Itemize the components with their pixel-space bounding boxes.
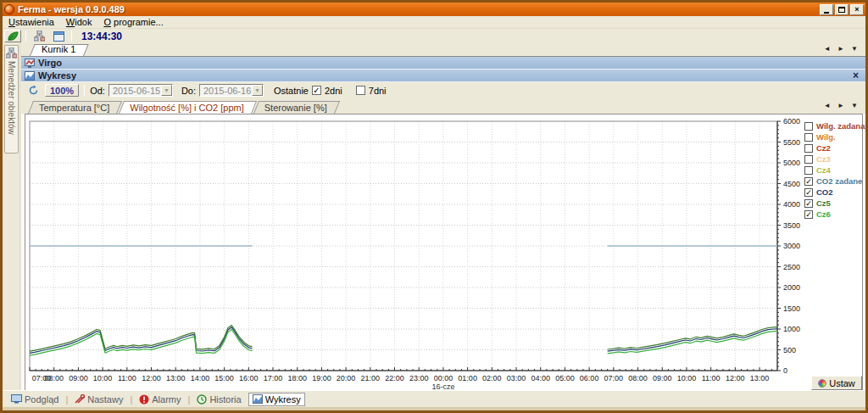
svg-text:03:00: 03:00 [507,374,526,382]
legend-label-cz6: Cz6 [816,209,831,219]
tab-wilgotnosc-co2-label: Wilgotność [%] i CO2 [ppm] [130,103,244,113]
panel-icon [53,31,64,42]
device-icon [25,59,35,68]
svg-text:07:00: 07:00 [604,374,624,382]
svg-text:2500: 2500 [783,263,800,271]
svg-text:21:00: 21:00 [361,374,381,382]
object-manager-tab[interactable]: Menedżer obiektów [4,45,19,153]
minimize-icon [824,12,829,14]
legend-checkbox-cz3[interactable] [804,155,813,164]
menu-o-programie[interactable]: O programie... [97,16,169,28]
content-area: Virgo Wykresy × 100% Od: 2015-06-15 ▼ [21,56,865,390]
statusbar-alarmy[interactable]: Alarmy [136,393,184,405]
svg-text:20:00: 20:00 [337,374,356,382]
alarm-icon [139,394,149,405]
checkbox-7dni-label[interactable]: 7dni [369,86,387,96]
chart-icon [25,71,35,81]
date-from-combobox[interactable]: 2015-06-15 ▼ [108,84,173,97]
panel-close-icon[interactable]: × [853,71,859,80]
legend-checkbox-cz6[interactable]: ✓ [804,210,813,219]
statusbar-historia-label: Historia [209,394,241,405]
svg-text:23:00: 23:00 [409,374,429,382]
ustaw-button[interactable]: Ustaw [811,376,862,390]
svg-text:2000: 2000 [783,283,800,292]
legend-checkbox-cz2[interactable] [804,144,813,153]
zoom-reset-button[interactable] [25,84,42,97]
svg-text:11:00: 11:00 [702,374,721,382]
checkbox-7dni[interactable] [356,86,365,95]
chart-icon [253,394,263,404]
app-icon [4,4,14,14]
legend-checkbox-wilg_zadana[interactable] [804,122,813,131]
legend-checkbox-co2[interactable]: ✓ [804,188,813,197]
svg-text:4500: 4500 [783,180,800,188]
menu-bar: Ustawienia Widok O programie... [3,16,865,29]
checkbox-2dni[interactable]: ✓ [312,86,321,95]
statusbar-alarmy-label: Alarmy [152,394,181,405]
toolbar: 13:44:30 [3,29,865,43]
tab-nav-arrows[interactable]: ◄ ► ▼ [824,45,860,53]
legend-item-wilg_zadana: Wilg. zadana [804,120,865,131]
toolbar-separator [71,31,72,42]
checkbox-2dni-label[interactable]: 2dni [325,86,342,96]
svg-text:12:00: 12:00 [142,374,161,382]
window-frame-strip [3,407,865,410]
statusbar-nastawy-label: Nastawy [87,394,123,405]
svg-text:14:00: 14:00 [191,374,210,382]
svg-text:500: 500 [783,346,796,354]
svg-text:4000: 4000 [783,200,800,209]
statusbar-separator: | [65,394,68,405]
svg-text:12:00: 12:00 [726,374,745,382]
history-clock-icon [197,394,207,405]
chevron-down-icon[interactable]: ▼ [161,85,172,96]
virgo-header[interactable]: Virgo [21,57,865,70]
svg-text:13:00: 13:00 [750,374,770,382]
svg-text:06:00: 06:00 [580,374,599,382]
statusbar-nastawy[interactable]: Nastawy [71,393,126,405]
svg-text:16:00: 16:00 [239,374,259,382]
ostatnie-label: Ostatnie [274,86,309,96]
maximize-button[interactable] [835,4,849,15]
legend-checkbox-co2_zadane[interactable]: ✓ [804,177,813,186]
svg-text:22:00: 22:00 [385,374,404,382]
statusbar-wykresy[interactable]: Wykresy [248,393,305,406]
wykresy-header[interactable]: Wykresy × [21,70,865,82]
legend-label-wilg_zadana: Wilg. zadana [816,121,865,131]
tab-sterowanie[interactable]: Sterowanie [%] [253,101,335,114]
legend-label-cz5: Cz5 [816,198,831,208]
legend-checkbox-wilg[interactable] [804,133,813,142]
tab-kurnik-1[interactable]: Kurnik 1 [30,44,84,56]
legend-label-cz4: Cz4 [816,165,831,175]
tab-wilgotnosc-co2[interactable]: Wilgotność [%] i CO2 [ppm] [119,101,252,114]
tools-icon [75,394,85,404]
panels-button[interactable] [50,30,67,42]
object-tree-icon [34,31,45,42]
svg-text:00:00: 00:00 [434,374,453,382]
connect-button[interactable] [4,30,21,42]
tab-temperatura[interactable]: Temperatura [°C] [28,101,117,114]
chart-panel: 0500100015002000250030003500400045005000… [25,114,863,393]
object-tree-button[interactable] [31,30,47,42]
minimize-button[interactable] [820,4,833,15]
svg-text:10:00: 10:00 [93,374,113,382]
object-manager-label: Menedżer obiektów [7,61,16,135]
date-to-combobox[interactable]: 2015-06-16 ▼ [199,84,264,97]
object-manager-strip: Menedżer obiektów [3,43,20,390]
close-button[interactable]: × [850,4,864,15]
do-label: Do: [181,86,196,96]
chart-tab-row: Temperatura [°C] Wilgotność [%] i CO2 [p… [21,98,865,114]
chart-canvas[interactable]: 0500100015002000250030003500400045005000… [25,114,865,394]
chart-tab-nav-arrows[interactable]: ◄ ► ▼ [824,102,860,109]
statusbar-separator: | [130,394,132,405]
chevron-down-icon[interactable]: ▼ [252,85,263,96]
legend-item-cz6: ✓Cz6 [804,209,865,220]
menu-widok[interactable]: Widok [60,16,98,28]
statusbar-historia[interactable]: Historia [193,393,244,405]
tab-temperatura-label: Temperatura [°C] [39,103,109,113]
legend-checkbox-cz4[interactable] [804,166,813,175]
zoom-level-button[interactable]: 100% [45,84,79,97]
legend-checkbox-cz5[interactable]: ✓ [804,199,813,208]
svg-text:10:00: 10:00 [677,374,697,382]
menu-ustawienia[interactable]: Ustawienia [3,16,60,28]
statusbar-podglad[interactable]: Podgląd [8,393,62,405]
